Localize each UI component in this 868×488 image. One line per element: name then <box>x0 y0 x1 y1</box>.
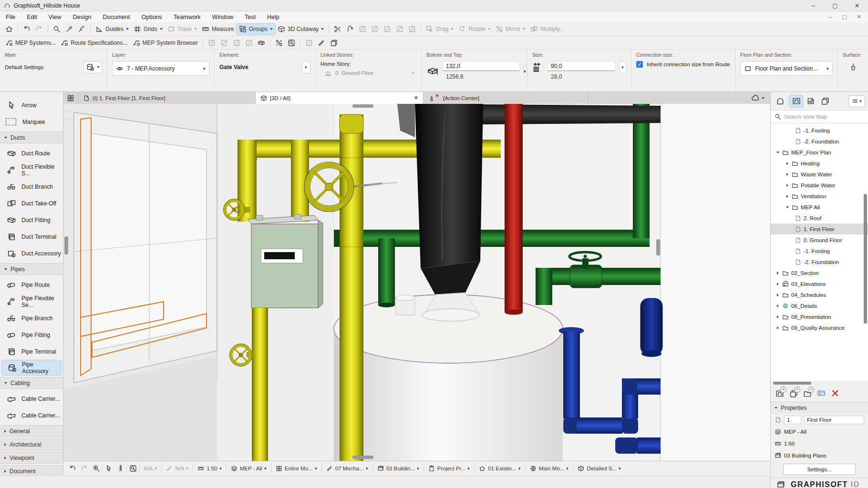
tree-item-first-floor[interactable]: 1. First Floor <box>771 224 868 234</box>
tool-duct-accessory[interactable]: Duct Accessory <box>0 245 63 262</box>
tool-duct-take-off[interactable]: Duct Take-Off <box>0 195 63 212</box>
trim-button[interactable] <box>356 24 369 34</box>
menu-test[interactable]: Test <box>239 11 261 22</box>
guides-button[interactable]: Guides <box>93 24 131 34</box>
tab-close-icon[interactable]: ✕ <box>414 95 418 101</box>
tool-cable-carrier-fitting[interactable]: Cable Carrier... <box>0 407 63 424</box>
property-layout[interactable]: 03 Building Plans <box>771 449 868 461</box>
new-view-button[interactable]: + <box>775 389 784 398</box>
rotate-button[interactable]: Rotate <box>456 24 493 34</box>
gas-meter-box[interactable] <box>248 214 323 308</box>
tab-action-center[interactable]: [Action Center] <box>424 92 588 104</box>
tool-arrow[interactable]: Arrow <box>0 97 63 113</box>
doc-restore-button[interactable]: ▢ <box>837 12 852 22</box>
element-settings-button[interactable] <box>83 61 102 73</box>
minimize-button[interactable]: ─ <box>802 0 824 11</box>
statusbar-project-preferences[interactable]: Project Pr... <box>424 463 474 474</box>
mep-system-browser-button[interactable]: MEP System Browser <box>130 38 200 48</box>
tool-duct-terminal[interactable]: Duct Terminal <box>0 228 63 245</box>
tree-item-foundation-top[interactable]: -2. Foundation <box>771 136 868 147</box>
menu-document[interactable]: Document <box>97 11 136 22</box>
align-button[interactable] <box>303 38 315 48</box>
tool-pipe-accessory[interactable]: Pipe Accessory <box>1 360 62 376</box>
size-expand-button[interactable] <box>619 61 626 73</box>
tree-item-elevations[interactable]: 03_Elevations <box>771 278 868 289</box>
find-select-button[interactable] <box>51 24 63 34</box>
home-story-selector[interactable]: 0. Ground Floor <box>320 69 416 77</box>
statusbar-model-view-options[interactable]: Entire Mo... <box>271 463 321 474</box>
orbit-forward-button[interactable] <box>78 465 90 472</box>
size-width-input[interactable]: 90,0 <box>548 61 615 71</box>
top-elevation-value[interactable]: 1256,6 <box>443 71 520 82</box>
close-button[interactable]: ✕ <box>846 0 868 11</box>
doc-minimize-button[interactable]: ─ <box>823 12 837 22</box>
slope-button[interactable] <box>315 38 328 48</box>
tree-item-mep-all[interactable]: MEP All <box>771 202 868 213</box>
connect-elements-button[interactable] <box>273 38 285 48</box>
3d-scene[interactable] <box>63 104 770 461</box>
doc-close-button[interactable]: ✕ <box>852 12 866 22</box>
tree-item-foundation[interactable]: -2. Foundation <box>771 256 868 267</box>
tree-item-potable-water[interactable]: Potable Water <box>771 180 868 191</box>
element-expand-button[interactable] <box>302 61 310 73</box>
3d-viewport[interactable] <box>63 104 770 461</box>
menu-view[interactable]: View <box>43 11 67 22</box>
menu-file[interactable]: File <box>0 11 21 22</box>
bottom-elevation-input[interactable]: 132,0 <box>443 61 520 71</box>
route-specifications-button[interactable]: Route Specifications... <box>58 38 130 48</box>
adjust-button[interactable] <box>344 24 356 34</box>
insert-node-button[interactable] <box>243 38 255 48</box>
tool-duct-flexible[interactable]: Duct Flexible S... <box>0 162 63 178</box>
tree-item-roof[interactable]: 2. Roof <box>771 213 868 224</box>
delete-view-button[interactable] <box>831 389 839 398</box>
toolbox-section-viewpoint[interactable]: Viewpoint <box>0 452 63 464</box>
zoom-selection-button[interactable] <box>285 38 298 48</box>
tree-item-quality-assurance[interactable]: 09_Quality Assurance <box>771 322 868 333</box>
split-button[interactable] <box>331 24 344 34</box>
tree-item-footing-top[interactable]: -1. Footing <box>771 125 868 136</box>
size-height-value[interactable]: 28,0 <box>548 71 615 82</box>
project-chooser-button[interactable] <box>774 95 786 107</box>
edit-route-button[interactable] <box>206 38 218 48</box>
surface-paint-icon[interactable] <box>849 63 858 71</box>
element-value[interactable]: Gate Valve <box>219 64 248 71</box>
tree-scrollbar[interactable] <box>864 194 867 324</box>
statusbar-renovation-filter[interactable]: 01 Existin... <box>474 463 525 474</box>
default-settings-label[interactable]: Default Settings <box>5 64 43 70</box>
redo-button[interactable] <box>33 24 45 34</box>
view-map-button[interactable] <box>790 95 803 107</box>
tree-item-waste-water[interactable]: Waste Water <box>771 169 868 180</box>
tool-pipe-route[interactable]: Pipe Route <box>0 276 63 293</box>
tree-item-schedules[interactable]: 04_Schedules <box>771 289 868 300</box>
3d-box-button[interactable] <box>255 38 268 48</box>
toolbox-section-ducts[interactable]: Ducts <box>0 132 63 143</box>
properties-header[interactable]: Properties <box>771 402 868 414</box>
new-folder-button[interactable]: + <box>803 389 812 398</box>
floorplan-display-selector[interactable]: Floor Plan and Section... <box>740 61 833 76</box>
tool-pipe-terminal[interactable]: Pipe Terminal <box>0 343 63 360</box>
groups-button[interactable]: Groups <box>237 24 275 34</box>
bottom-top-expand-button[interactable] <box>524 65 527 78</box>
tree-item-section[interactable]: 02_Section <box>771 267 868 278</box>
menu-edit[interactable]: Edit <box>21 11 43 22</box>
graphisoft-id-bar[interactable]: GRAPHISOFT ID <box>771 478 868 488</box>
navigator-menu-button[interactable] <box>848 95 865 107</box>
edit-segment-button[interactable] <box>218 38 230 48</box>
toolbox-section-general[interactable]: General <box>0 425 63 437</box>
window-frame[interactable] <box>74 112 217 383</box>
statusbar-scale[interactable]: 1:50 <box>193 463 226 474</box>
statusbar-pen-set[interactable]: 07 Mecha... <box>321 463 372 474</box>
tool-pipe-fitting[interactable]: Pipe Fitting <box>0 326 63 343</box>
edit-node-button[interactable] <box>230 38 243 48</box>
zoom-in-button[interactable] <box>90 465 102 472</box>
clone-folder-button[interactable]: + <box>789 389 798 398</box>
tool-duct-route[interactable]: Duct Route <box>0 145 63 162</box>
explore-walk-button[interactable] <box>114 465 126 472</box>
statusbar-dimension-standard[interactable]: 03 Buildin... <box>372 463 424 474</box>
view-map-search[interactable]: Search View Map <box>771 110 868 123</box>
orbit-button[interactable] <box>103 465 114 472</box>
tree-item-ventilation[interactable]: Ventilation <box>771 191 868 202</box>
measure-button[interactable]: Measure <box>199 24 237 34</box>
intersect-button[interactable] <box>369 24 381 34</box>
tool-duct-fitting[interactable]: Duct Fitting <box>0 212 63 228</box>
